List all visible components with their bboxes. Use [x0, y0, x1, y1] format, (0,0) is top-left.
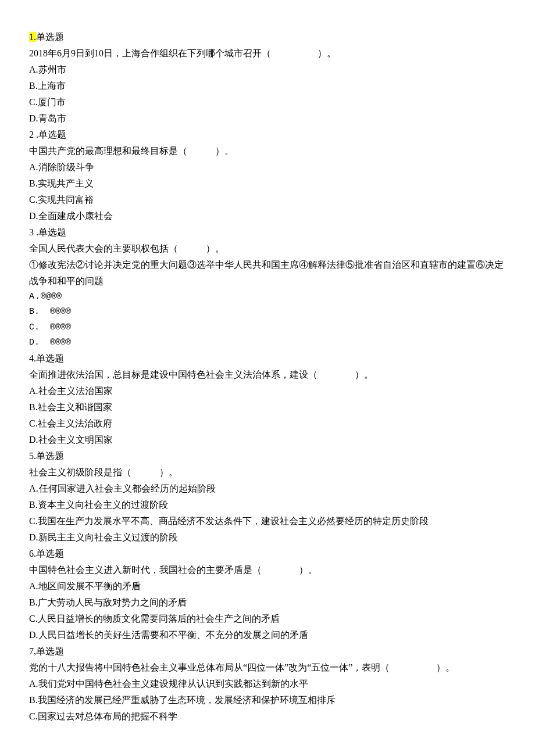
- q2-stem: 中国共产党的最高理想和最终目标是（ ）。: [29, 143, 506, 159]
- q1-label: 1.单选题: [29, 29, 506, 45]
- q1-option-a: A.苏州市: [29, 62, 506, 78]
- q5-option-b: B.资本主义向社会主义的过渡阶段: [29, 497, 506, 513]
- q4-label: 4.单选题: [29, 350, 506, 367]
- q6-option-a: A.地区间发展不平衡的矛盾: [29, 578, 506, 594]
- q2-option-a: A.消除阶级斗争: [29, 159, 506, 175]
- q2-option-c: C.实现共同富裕: [29, 192, 506, 208]
- q5-option-c: C.我国在生产力发展水平不高、商品经济不发达条件下，建设社会主义必然要经历的特定…: [29, 513, 506, 529]
- q4-stem: 全面推进依法治国，总目标是建设中国特色社会主义法治体系，建设（ ）。: [29, 367, 506, 383]
- q4-option-d: D.社会主义文明国家: [29, 432, 506, 448]
- q2-label: 2 .单选题: [29, 127, 506, 143]
- q7-option-b: B.我国经济的发展已经严重威胁了生态环境，发展经济和保护环境互相排斥: [29, 692, 506, 708]
- q5-label: 5.单选题: [29, 448, 506, 464]
- q6-stem: 中国特色社会主义进入新时代，我国社会的主要矛盾是（ ）。: [29, 562, 506, 578]
- q5-stem: 社会主义初级阶段是指（ ）。: [29, 464, 506, 481]
- q3-stem: 全国人民代表大会的主要职权包括（ ）。: [29, 241, 506, 257]
- q1-option-c: C.厦门市: [29, 94, 506, 110]
- q4-option-b: B.社会主义和谐国家: [29, 399, 506, 415]
- q6-label: 6.单选题: [29, 546, 506, 562]
- q4-option-c: C.社会主义法治政府: [29, 415, 506, 432]
- q7-stem: 党的十八大报告将中国特色社会主义事业总体布局从“四位一体”改为“五位一体”，表明…: [29, 660, 506, 676]
- q1-stem: 2018年6月9日到10日，上海合作组织在下列哪个城市召开（ ）。: [29, 45, 506, 62]
- q1-option-d: D.青岛市: [29, 110, 506, 127]
- q2-option-b: B.实现共产主义: [29, 175, 506, 192]
- q4-option-a: A.社会主义法治国家: [29, 383, 506, 399]
- q6-option-d: D.人民日益增长的美好生活需要和不平衡、不充分的发展之间的矛盾: [29, 627, 506, 643]
- q3-label: 3 .单选题: [29, 224, 506, 241]
- q3-supplementary: ①修改宪法②讨论并决定党的重大问题③选举中华人民共和国主席④解释法律⑤批准省自治…: [29, 257, 506, 289]
- q6-option-c: C.人民日益增长的物质文化需要同落后的社会生产之间的矛盾: [29, 611, 506, 627]
- q5-option-a: A . 任何国家进入社会主义都会经历的起始阶段: [29, 481, 506, 497]
- q7-option-a: A.我们党对中国特色社会主义建设规律从认识到实践都达到新的水平: [29, 676, 506, 692]
- q3-option-a: A . ®@®®: [29, 289, 506, 304]
- q1-option-b: B.上海市: [29, 78, 506, 94]
- q3-option-c: C. ®®®®: [29, 320, 506, 335]
- q7-label: 7,单选题: [29, 643, 506, 660]
- q1-type: 单选题: [36, 32, 64, 42]
- q3-option-b: B. ®®®®: [29, 304, 506, 320]
- q7-option-c: C.国家过去对总体布局的把握不科学: [29, 708, 506, 725]
- q1-number-highlight: 1.: [29, 32, 36, 42]
- q5-option-d: D.新民主主义向社会主义过渡的阶段: [29, 529, 506, 546]
- q6-option-b: B.广大劳动人民与敌对势力之间的矛盾: [29, 594, 506, 611]
- q2-option-d: D.全面建成小康社会: [29, 208, 506, 224]
- q3-option-d: D. ®®®®: [29, 335, 506, 350]
